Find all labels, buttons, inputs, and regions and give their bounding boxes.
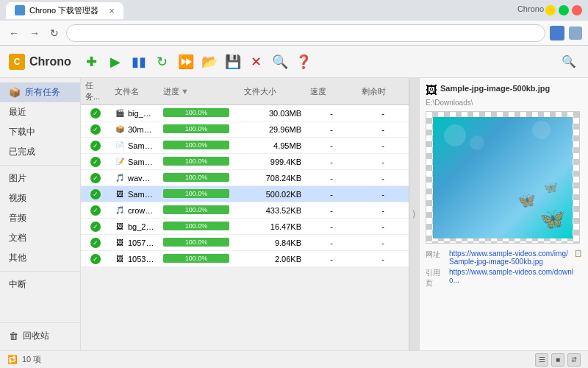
panel-collapse-btn[interactable]: ⟩ bbox=[409, 78, 419, 350]
td-status: ✓ bbox=[81, 123, 110, 136]
extension-icon-2[interactable] bbox=[569, 26, 582, 40]
td-filename: 📦 30mb.zip bbox=[110, 123, 159, 136]
table-row[interactable]: ✓ 🎵 wave.mp3 100.0% 708.24KB - - bbox=[81, 170, 409, 186]
table-row[interactable]: ✓ 🎬 big_buck_b....mp4 100.0% 30.03MB - - bbox=[81, 105, 409, 121]
resume-btn[interactable]: ⏩ bbox=[176, 52, 196, 72]
status-done-icon: ✓ bbox=[90, 222, 101, 232]
th-filename[interactable]: 文件名 bbox=[110, 84, 159, 99]
table-row[interactable]: ✓ 🖼 10570394_6....jpg 100.0% 9.84KB - - bbox=[81, 235, 409, 251]
td-remaining: - bbox=[357, 237, 409, 249]
th-task[interactable]: 任务... bbox=[81, 78, 110, 105]
sidebar-item-all-tasks[interactable]: 📦 所有任务 bbox=[0, 82, 80, 102]
refresh-btn[interactable]: ↻ bbox=[152, 52, 173, 72]
td-remaining: - bbox=[357, 156, 409, 168]
table-row[interactable]: ✓ 🖼 10537394_6....png 100.0% 2.06KB - - bbox=[81, 251, 409, 267]
sidebar-item-trash[interactable]: 🗑 回收站 bbox=[0, 326, 80, 346]
status-done-icon: ✓ bbox=[90, 205, 101, 216]
progress-bar-fill: 100.0% bbox=[163, 108, 229, 117]
main-search-btn[interactable]: 🔍 bbox=[559, 52, 579, 72]
search-icon-btn[interactable]: 🔍 bbox=[270, 52, 290, 72]
table-row[interactable]: ✓ 📝 Sample-text-fi....txt 100.0% 999.4KB… bbox=[81, 154, 409, 170]
td-filename: 🖼 10537394_6....png bbox=[110, 252, 159, 266]
help-btn[interactable]: ❓ bbox=[293, 52, 314, 72]
td-progress: 100.0% bbox=[159, 155, 240, 169]
td-speed: - bbox=[306, 253, 357, 265]
sidebar-item-videos[interactable]: 视频 bbox=[0, 188, 80, 208]
copy-url-icon[interactable]: 📋 bbox=[574, 250, 582, 266]
filename-text: big_buck_b....mp4 bbox=[128, 109, 154, 118]
completed-label: 已完成 bbox=[9, 146, 35, 158]
td-filename: 🎵 crowd-chee....mp3 bbox=[110, 204, 159, 217]
table-row[interactable]: ✓ 🎵 crowd-chee....mp3 100.0% 433.52KB - … bbox=[81, 202, 409, 219]
add-download-btn[interactable]: ✚ bbox=[82, 52, 102, 72]
maximize-btn[interactable] bbox=[559, 5, 569, 15]
td-size: 2.06KB bbox=[240, 253, 306, 265]
status-done-icon: ✓ bbox=[90, 157, 101, 167]
sidebar-item-completed[interactable]: 已完成 bbox=[0, 142, 80, 162]
td-size: 29.96MB bbox=[240, 124, 306, 135]
sidebar-item-docs[interactable]: 文档 bbox=[0, 228, 80, 248]
sidebar-item-paused[interactable]: 中断 bbox=[0, 275, 80, 294]
table-row[interactable]: ✓ 📦 30mb.zip 100.0% 29.96MB - - bbox=[81, 121, 409, 138]
td-status: ✓ bbox=[81, 107, 110, 120]
filename-text: wave.mp3 bbox=[128, 174, 154, 183]
downloading-label: 下载中 bbox=[9, 126, 35, 138]
td-filename: 🎬 big_buck_b....mp4 bbox=[110, 107, 159, 120]
td-progress: 100.0% bbox=[159, 139, 240, 152]
td-status: ✓ bbox=[81, 252, 110, 266]
status-btn-1[interactable]: ☰ bbox=[535, 353, 548, 367]
th-remaining[interactable]: 剩余时 bbox=[357, 84, 409, 99]
progress-bar-container: 100.0% bbox=[163, 205, 229, 214]
td-size: 433.52KB bbox=[240, 205, 306, 216]
referrer-value[interactable]: https://www.sample-videos.com/downlo... bbox=[449, 268, 582, 289]
table-row[interactable]: ✓ 📄 Sample-pdf-....pdf 100.0% 4.95MB - - bbox=[81, 138, 409, 154]
status-icon: 🔁 bbox=[7, 355, 18, 364]
td-remaining: - bbox=[357, 140, 409, 152]
progress-bar-fill: 100.0% bbox=[163, 173, 229, 182]
referrer-label: 引用页 bbox=[426, 268, 446, 289]
address-input[interactable] bbox=[66, 24, 545, 42]
td-remaining: - bbox=[357, 221, 409, 233]
close-btn[interactable] bbox=[572, 5, 582, 15]
audio-label: 音频 bbox=[9, 212, 26, 224]
extension-icon[interactable] bbox=[550, 26, 564, 40]
pause-all-btn[interactable]: ▮▮ bbox=[129, 52, 149, 72]
paused-label: 中断 bbox=[9, 278, 26, 291]
sidebar-item-images[interactable]: 图片 bbox=[0, 169, 80, 188]
browser-tab[interactable]: Chrono 下载管理器 × bbox=[6, 2, 123, 19]
forward-btn[interactable]: → bbox=[26, 26, 43, 40]
td-speed: - bbox=[306, 124, 357, 135]
delete-btn[interactable]: ✕ bbox=[246, 52, 267, 72]
th-progress[interactable]: 进度 ▼ bbox=[159, 84, 240, 99]
open-folder-btn[interactable]: 📂 bbox=[199, 52, 220, 72]
progress-bar-fill: 100.0% bbox=[163, 222, 229, 230]
sidebar-item-other[interactable]: 其他 bbox=[0, 248, 80, 268]
docs-label: 文档 bbox=[9, 232, 26, 244]
file-type-icon: 🎬 bbox=[115, 108, 125, 118]
progress-bar-container: 100.0% bbox=[163, 238, 229, 247]
start-all-btn[interactable]: ▶ bbox=[105, 52, 126, 72]
table-row[interactable]: ✓ 🖼 bg_2.jpg 100.0% 16.47KB - - bbox=[81, 219, 409, 235]
sidebar-item-recent[interactable]: 最近 bbox=[0, 102, 80, 122]
td-filename: 🖼 Sample-jpg-i....jpg bbox=[110, 188, 159, 201]
tab-close-btn[interactable]: × bbox=[109, 5, 115, 16]
status-btn-3[interactable]: ⇵ bbox=[567, 353, 581, 367]
status-btn-2[interactable]: ■ bbox=[551, 353, 564, 367]
th-speed[interactable]: 速度 bbox=[306, 84, 357, 99]
file-type-icon: 📝 bbox=[115, 157, 125, 167]
progress-bar-fill: 100.0% bbox=[163, 157, 229, 166]
back-btn[interactable]: ← bbox=[6, 26, 22, 40]
progress-bar-fill: 100.0% bbox=[163, 254, 229, 263]
minimize-btn[interactable] bbox=[545, 5, 556, 15]
url-value[interactable]: https://www.sample-videos.com/img/Sample… bbox=[449, 250, 571, 266]
save-btn[interactable]: 💾 bbox=[223, 52, 243, 72]
trash-label: 回收站 bbox=[23, 330, 49, 342]
table-row[interactable]: ✓ 🖼 Sample-jpg-i....jpg 100.0% 500.02KB … bbox=[81, 186, 409, 202]
preview-filename: Sample-jpg-image-500kb.jpg bbox=[440, 84, 550, 93]
sidebar-item-downloading[interactable]: 下载中 bbox=[0, 122, 80, 142]
td-filename: 🎵 wave.mp3 bbox=[110, 171, 159, 185]
th-size[interactable]: 文件大小 bbox=[240, 84, 306, 99]
reload-btn[interactable]: ↻ bbox=[47, 26, 62, 40]
sidebar-item-audio[interactable]: 音频 bbox=[0, 208, 80, 228]
td-speed: - bbox=[306, 172, 357, 184]
